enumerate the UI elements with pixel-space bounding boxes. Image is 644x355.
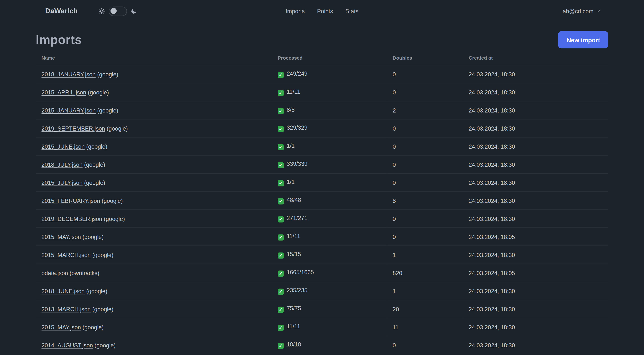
created-at-cell: 24.03.2024, 18:30 bbox=[463, 119, 608, 137]
processed-count: 15/15 bbox=[286, 251, 301, 257]
name-cell: 2015_JANUARY.json (google) bbox=[36, 101, 272, 119]
processed-count: 1/1 bbox=[286, 142, 294, 149]
created-at-cell: 24.03.2024, 18:05 bbox=[463, 264, 608, 282]
processed-cell: 329/329 bbox=[272, 119, 387, 137]
import-file-link[interactable]: 2015_APRIL.json bbox=[42, 89, 86, 95]
processed-cell: 48/48 bbox=[272, 191, 387, 210]
processed-count: 1665/1665 bbox=[286, 269, 314, 276]
processed-cell: 1/1 bbox=[272, 137, 387, 155]
import-file-link[interactable]: 2019_SEPTEMBER.json bbox=[42, 125, 105, 131]
chevron-down-icon bbox=[596, 8, 601, 13]
name-cell: 2018_JUNE.json (google) bbox=[36, 282, 272, 300]
moon-icon bbox=[131, 8, 137, 14]
table-row: 2015_APRIL.json (google)11/11024.03.2024… bbox=[36, 83, 608, 101]
table-row: 2015_JULY.json (google)1/1024.03.2024, 1… bbox=[36, 173, 608, 191]
created-at-cell: 24.03.2024, 18:30 bbox=[463, 191, 608, 210]
column-header-processed: Processed bbox=[272, 51, 387, 65]
doubles-cell: 1 bbox=[387, 246, 463, 264]
import-source: (google) bbox=[81, 233, 104, 240]
column-header-doubles: Doubles bbox=[387, 51, 463, 65]
doubles-cell: 20 bbox=[387, 300, 463, 318]
processed-count: 11/11 bbox=[286, 233, 300, 239]
processed-cell: 339/339 bbox=[272, 155, 387, 173]
nav-link-stats[interactable]: Stats bbox=[345, 8, 358, 14]
import-file-link[interactable]: 2015_FEBRUARY.json bbox=[42, 197, 100, 204]
import-file-link[interactable]: 2015_MAY.json bbox=[42, 324, 81, 330]
table-row: 2019_SEPTEMBER.json (google)329/329024.0… bbox=[36, 119, 608, 137]
check-icon bbox=[278, 271, 284, 277]
theme-switch[interactable] bbox=[109, 6, 127, 16]
created-at-cell: 24.03.2024, 18:30 bbox=[463, 173, 608, 191]
import-source: (google) bbox=[84, 143, 107, 150]
import-file-link[interactable]: 2018_JULY.json bbox=[42, 161, 82, 168]
name-cell: 2013_MARCH.json (google) bbox=[36, 300, 272, 318]
column-header-created-at: Created at bbox=[463, 51, 608, 65]
nav-link-points[interactable]: Points bbox=[317, 8, 333, 14]
import-file-link[interactable]: 2015_MARCH.json bbox=[42, 251, 91, 258]
name-cell: 2014_AUGUST.json (google) bbox=[36, 336, 272, 354]
imports-table: Name Processed Doubles Created at 2018_J… bbox=[36, 51, 608, 355]
user-menu[interactable]: ab@cd.com bbox=[563, 8, 601, 14]
page-title: Imports bbox=[36, 33, 82, 47]
processed-cell: 1/1 bbox=[272, 173, 387, 191]
processed-cell: 11/11 bbox=[272, 318, 387, 336]
import-file-link[interactable]: 2015_JANUARY.json bbox=[42, 107, 96, 113]
new-import-button[interactable]: New import bbox=[558, 31, 608, 49]
brand-logo[interactable]: DaWarIch bbox=[45, 7, 78, 15]
import-source: (google) bbox=[96, 71, 118, 77]
created-at-cell: 24.03.2024, 18:30 bbox=[463, 83, 608, 101]
created-at-cell: 24.03.2024, 18:30 bbox=[463, 336, 608, 354]
processed-count: 48/48 bbox=[286, 197, 301, 203]
table-row: 2015_MAY.json (google)11/11024.03.2024, … bbox=[36, 228, 608, 246]
created-at-cell: 24.03.2024, 18:30 bbox=[463, 282, 608, 300]
doubles-cell: 8 bbox=[387, 191, 463, 210]
processed-count: 249/249 bbox=[286, 70, 308, 77]
check-icon bbox=[278, 198, 284, 205]
name-cell: 2019_SEPTEMBER.json (google) bbox=[36, 119, 272, 137]
table-row: 2018_JANUARY.json (google)249/249024.03.… bbox=[36, 65, 608, 83]
table-row: 2015_MARCH.json (google)15/15124.03.2024… bbox=[36, 246, 608, 264]
import-file-link[interactable]: 2015_JUNE.json bbox=[42, 143, 85, 150]
name-cell: odata.json (owntracks) bbox=[36, 264, 272, 282]
import-file-link[interactable]: 2018_JUNE.json bbox=[42, 288, 85, 294]
doubles-cell: 0 bbox=[387, 119, 463, 137]
check-icon bbox=[278, 307, 284, 313]
import-file-link[interactable]: 2018_JANUARY.json bbox=[42, 71, 96, 77]
import-source: (google) bbox=[102, 215, 125, 222]
doubles-cell: 11 bbox=[387, 318, 463, 336]
import-file-link[interactable]: odata.json bbox=[42, 270, 68, 276]
import-source: (owntracks) bbox=[68, 270, 99, 276]
processed-count: 271/271 bbox=[286, 215, 308, 221]
import-file-link[interactable]: 2014_AUGUST.json bbox=[42, 342, 93, 348]
processed-cell: 15/15 bbox=[272, 246, 387, 264]
table-row: 2015_JANUARY.json (google)8/8224.03.2024… bbox=[36, 101, 608, 119]
theme-toggle[interactable] bbox=[98, 6, 137, 16]
import-file-link[interactable]: 2015_MAY.json bbox=[42, 233, 81, 240]
import-file-link[interactable]: 2019_DECEMBER.json bbox=[42, 215, 102, 222]
name-cell: 2018_JANUARY.json (google) bbox=[36, 65, 272, 83]
processed-count: 1/1 bbox=[286, 179, 294, 185]
created-at-cell: 24.03.2024, 18:30 bbox=[463, 101, 608, 119]
processed-cell: 11/11 bbox=[272, 83, 387, 101]
table-header: Name Processed Doubles Created at bbox=[36, 51, 608, 65]
table-row: 2015_JUNE.json (google)1/1024.03.2024, 1… bbox=[36, 137, 608, 155]
processed-cell: 1665/1665 bbox=[272, 264, 387, 282]
check-icon bbox=[278, 216, 284, 223]
user-email: ab@cd.com bbox=[563, 8, 594, 14]
check-icon bbox=[278, 90, 284, 96]
nav-link-imports[interactable]: Imports bbox=[286, 8, 305, 14]
table-row: 2013_MARCH.json (google)75/752024.03.202… bbox=[36, 300, 608, 318]
processed-cell: 235/235 bbox=[272, 282, 387, 300]
doubles-cell: 0 bbox=[387, 336, 463, 354]
import-file-link[interactable]: 2015_JULY.json bbox=[42, 179, 82, 186]
doubles-cell: 59 bbox=[387, 354, 463, 355]
created-at-cell: 24.03.2024, 18:30 bbox=[463, 210, 608, 228]
check-icon bbox=[278, 144, 284, 150]
name-cell: 2015_APRIL.json (google) bbox=[36, 83, 272, 101]
import-source: (google) bbox=[96, 107, 118, 113]
import-file-link[interactable]: 2013_MARCH.json bbox=[42, 306, 91, 312]
doubles-cell: 0 bbox=[387, 137, 463, 155]
processed-count: 75/75 bbox=[286, 305, 301, 312]
check-icon bbox=[278, 180, 284, 186]
table-row: odata.json (owntracks)1665/166582024.03.… bbox=[36, 264, 608, 282]
